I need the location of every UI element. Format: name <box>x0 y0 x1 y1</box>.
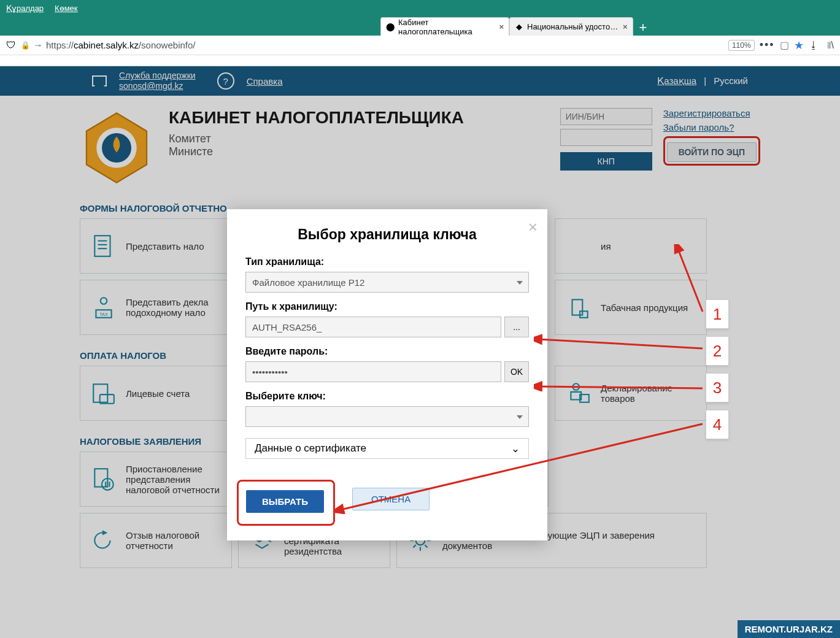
reader-icon[interactable]: ▢ <box>780 39 789 51</box>
tracking-shield-icon[interactable]: 🛡 <box>6 40 16 51</box>
zoom-indicator[interactable]: 110% <box>728 40 755 51</box>
tab-favicon: ⬤ <box>386 23 395 31</box>
tab-title: Национальный удостоверяю <box>527 22 619 31</box>
url-prefix: https:// <box>46 40 74 50</box>
page-content: Служба поддержки sonosd@mgd.kz ? Справка… <box>0 66 840 638</box>
library-icon[interactable]: ⦀\ <box>827 40 834 51</box>
bookmark-star-icon[interactable]: ★ <box>794 39 804 52</box>
key-storage-modal: × Выбор хранилища ключа Тип хранилища: Ф… <box>227 209 547 540</box>
callout-2: 2 <box>706 336 729 366</box>
download-icon[interactable]: ⭳ <box>809 40 819 51</box>
permission-icon: ⊸ <box>35 41 41 50</box>
tab-title: Кабинет налогоплательщика <box>398 18 495 36</box>
tab-bar: ⬤ Кабинет налогоплательщика × ◆ Национал… <box>0 17 840 36</box>
modal-title: Выбор хранилища ключа <box>245 226 529 243</box>
key-password-input[interactable] <box>245 361 501 382</box>
select-button[interactable]: ВЫБРАТЬ <box>246 490 324 513</box>
storage-path-input[interactable] <box>245 317 501 337</box>
cancel-button[interactable]: ОТМЕНА <box>352 488 430 510</box>
cert-label: Данные о сертификате <box>255 442 366 455</box>
tab-favicon: ◆ <box>515 23 523 31</box>
chevron-down-icon: ⌄ <box>511 442 520 455</box>
storage-type-label: Тип хранилища: <box>245 256 529 267</box>
password-label: Введите пароль: <box>245 346 529 357</box>
key-select-label: Выберите ключ: <box>245 391 529 402</box>
url-text[interactable]: https://cabinet.salyk.kz/sonowebinfo/ <box>46 40 723 50</box>
menu-tools[interactable]: Құралдар <box>6 4 44 13</box>
callout-4: 4 <box>706 410 729 439</box>
password-ok-button[interactable]: OK <box>504 361 529 382</box>
watermark: REMONT.URJAR.KZ <box>738 620 840 638</box>
new-tab-button[interactable]: + <box>633 20 653 36</box>
url-path: /sonowebinfo/ <box>139 40 196 50</box>
close-icon[interactable]: × <box>499 22 504 31</box>
certificate-details-expander[interactable]: Данные о сертификате ⌄ <box>245 438 529 459</box>
storage-type-select[interactable]: Файловое хранилище P12 <box>245 272 529 293</box>
callout-1: 1 <box>706 299 729 329</box>
browser-tab-active[interactable]: ⬤ Кабинет налогоплательщика × <box>380 17 509 36</box>
menu-help[interactable]: Көмек <box>55 4 77 13</box>
close-icon[interactable]: × <box>623 22 628 31</box>
browser-tab-inactive[interactable]: ◆ Национальный удостоверяю × <box>509 17 633 36</box>
browse-button[interactable]: ... <box>504 317 529 337</box>
browser-menu-bar: Құралдар Көмек <box>0 0 840 17</box>
close-icon[interactable]: × <box>528 218 538 237</box>
bookmarks-bar <box>0 55 840 66</box>
url-bar: 🛡 🔒 ⊸ https://cabinet.salyk.kz/sonowebin… <box>0 36 840 55</box>
callout-3: 3 <box>706 373 729 402</box>
select-button-highlight: ВЫБРАТЬ <box>237 480 335 526</box>
url-domain: cabinet.salyk.kz <box>74 40 139 50</box>
key-select[interactable] <box>245 406 529 427</box>
page-actions-icon[interactable]: ••• <box>760 39 775 52</box>
storage-path-label: Путь к хранилищу: <box>245 301 529 312</box>
lock-icon: 🔒 <box>21 41 30 50</box>
